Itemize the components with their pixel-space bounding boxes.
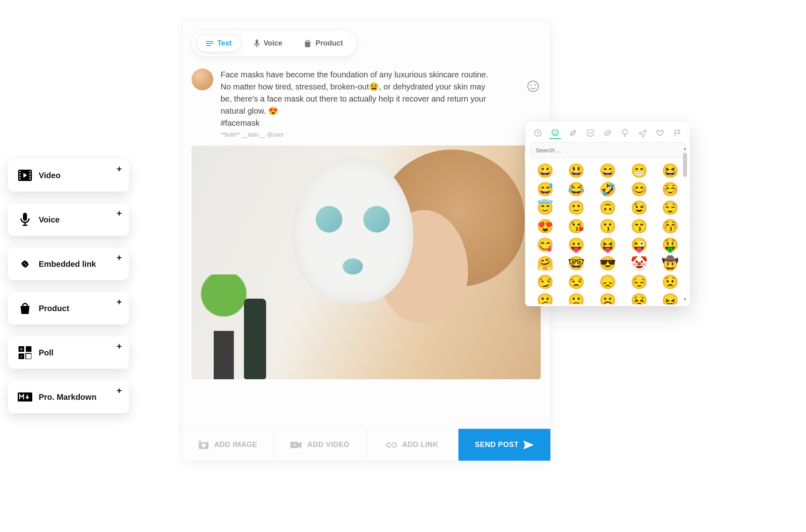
video-camera-icon: + — [290, 441, 302, 449]
emoji-item[interactable]: 😍 — [531, 219, 559, 233]
post-textarea[interactable]: Face masks have become the foundation of… — [221, 69, 541, 139]
emoji-item[interactable]: 😕 — [531, 293, 559, 304]
svg-text:+: + — [293, 442, 296, 448]
emoji-item[interactable]: 😄 — [594, 164, 622, 177]
add-image-button[interactable]: + ADD IMAGE — [182, 429, 274, 461]
emoji-item[interactable]: 🤗 — [531, 256, 559, 270]
svg-rect-14 — [26, 346, 31, 352]
sidebar-item-voice[interactable]: Voice + — [8, 204, 129, 236]
emoji-item[interactable]: 🤡 — [625, 256, 653, 270]
emoji-item[interactable]: 😝 — [594, 238, 622, 251]
bag-icon — [304, 39, 311, 48]
avatar — [192, 69, 213, 90]
emoji-item[interactable]: 😂 — [562, 182, 591, 196]
video-icon — [18, 168, 32, 183]
burger-icon[interactable] — [584, 127, 596, 139]
tab-label: Text — [217, 39, 232, 48]
clock-icon[interactable] — [532, 127, 544, 139]
svg-point-25 — [528, 81, 538, 91]
emoji-item[interactable]: 😅 — [531, 182, 559, 196]
add-video-button[interactable]: + ADD VIDEO — [274, 429, 367, 461]
svg-point-41 — [552, 129, 558, 136]
emoji-item[interactable]: 😏 — [531, 275, 559, 289]
smile-icon[interactable] — [549, 127, 561, 139]
emoji-item[interactable]: 😊 — [625, 182, 653, 196]
add-link-button[interactable]: ADD LINK — [367, 429, 459, 461]
svg-rect-7 — [29, 176, 31, 177]
emoji-item[interactable]: 😣 — [625, 293, 653, 304]
svg-point-42 — [554, 131, 554, 132]
send-post-button[interactable]: SEND POST — [458, 429, 550, 461]
smile-icon[interactable] — [527, 80, 539, 92]
tab-voice[interactable]: Voice — [245, 35, 292, 52]
link-icon — [18, 257, 32, 271]
svg-point-48 — [623, 129, 627, 134]
send-icon — [523, 441, 534, 449]
emoji-item[interactable]: 😙 — [625, 219, 653, 233]
emoji-item[interactable]: 😚 — [656, 219, 684, 233]
emoji-item[interactable]: 🙃 — [594, 201, 622, 214]
bulb-icon[interactable] — [619, 127, 631, 139]
emoji-search-input[interactable] — [530, 142, 685, 158]
emoji-item[interactable]: 🤑 — [656, 238, 684, 251]
emoji-item[interactable]: 😋 — [531, 238, 559, 251]
camera-icon: + — [198, 441, 209, 449]
svg-rect-1 — [19, 171, 21, 172]
emoji-item[interactable]: 😜 — [625, 238, 653, 251]
sidebar-item-label: Voice — [39, 215, 60, 224]
svg-point-31 — [202, 443, 206, 447]
svg-rect-32 — [198, 441, 201, 441]
sidebar-item-product[interactable]: Product + — [8, 292, 129, 324]
emoji-item[interactable]: 🤓 — [562, 256, 591, 270]
markdown-icon — [18, 390, 32, 404]
emoji-item[interactable]: 😌 — [656, 201, 684, 214]
bag-icon — [18, 301, 32, 316]
emoji-item[interactable]: 😘 — [562, 219, 591, 233]
emoji-item[interactable]: 😎 — [594, 256, 622, 270]
plus-icon: + — [117, 341, 122, 352]
emoji-item[interactable]: ☹️ — [594, 293, 622, 304]
emoji-item[interactable]: 😉 — [625, 201, 653, 214]
svg-rect-16 — [26, 353, 31, 359]
emoji-item[interactable]: 😞 — [594, 275, 622, 289]
sidebar-item-markdown[interactable]: Pro. Markdown + — [8, 381, 129, 413]
format-hint: **bold** __italic__ @user — [221, 131, 512, 139]
emoji-item[interactable]: 😁 — [625, 164, 653, 177]
emoji-item[interactable]: 😖 — [656, 293, 684, 304]
svg-point-26 — [530, 84, 532, 86]
tab-product[interactable]: Product — [295, 35, 352, 52]
attached-image — [192, 145, 541, 379]
svg-line-47 — [606, 132, 609, 134]
svg-rect-2 — [19, 173, 21, 175]
tab-text[interactable]: Text — [197, 35, 241, 52]
emoji-item[interactable]: 😃 — [562, 164, 591, 177]
emoji-item[interactable]: 😇 — [531, 201, 559, 214]
emoji-item[interactable]: 😆 — [656, 164, 684, 177]
emoji-item[interactable]: 😗 — [594, 219, 622, 233]
leaf-icon[interactable] — [567, 127, 579, 139]
emoji-item[interactable]: 🙂 — [562, 201, 591, 214]
emoji-item[interactable]: 🤠 — [656, 256, 684, 270]
svg-rect-3 — [19, 176, 21, 177]
emoji-item[interactable]: 🤣 — [594, 182, 622, 196]
sidebar-item-poll[interactable]: ✕✓ Poll + — [8, 337, 129, 369]
plus-icon: + — [117, 164, 122, 175]
plane-icon[interactable] — [637, 127, 649, 139]
emoji-category-tabs — [530, 125, 685, 142]
emoji-item[interactable]: ☺️ — [656, 182, 684, 196]
inline-emoji: 😍 — [268, 106, 278, 115]
heart-icon[interactable] — [654, 127, 666, 139]
emoji-item[interactable]: 😛 — [562, 238, 591, 251]
flag-icon[interactable] — [671, 127, 683, 139]
emoji-item[interactable]: 😒 — [562, 275, 591, 289]
scrollbar[interactable]: ▴▾ — [683, 145, 687, 302]
emoji-item[interactable]: 🙁 — [562, 293, 591, 304]
emoji-item[interactable]: 😔 — [625, 275, 653, 289]
football-icon[interactable] — [602, 127, 614, 139]
sidebar-item-video[interactable]: Video + — [8, 159, 129, 191]
sidebar-item-embedded-link[interactable]: Embedded link + — [8, 248, 129, 280]
sidebar-item-label: Pro. Markdown — [39, 393, 96, 402]
emoji-item[interactable]: 😀 — [531, 164, 559, 177]
emoji-item[interactable]: 😟 — [656, 275, 684, 289]
tab-label: Product — [315, 39, 343, 48]
